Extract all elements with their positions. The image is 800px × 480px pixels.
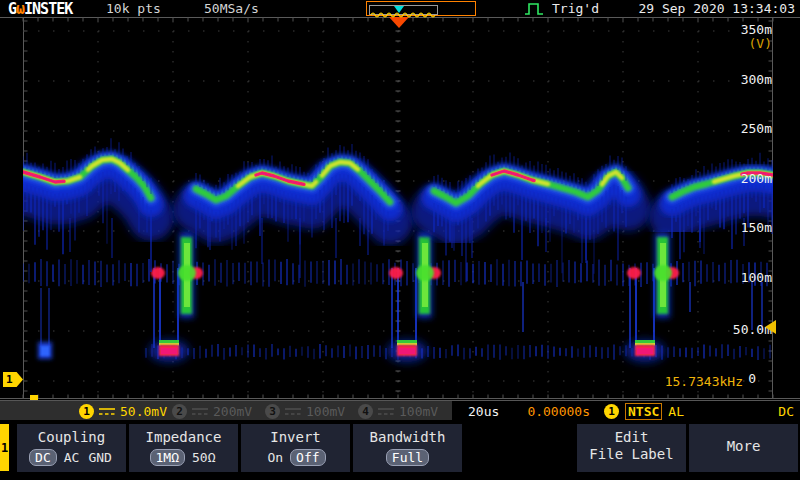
scale-label: (V) xyxy=(749,36,772,51)
menu-option-off[interactable]: Off xyxy=(290,449,325,466)
oscilloscope-screen: 350m(V)300m250m200m150m100m50.0m0 15.734… xyxy=(0,0,800,480)
menu-button-edit-file-label[interactable]: Edit File Label xyxy=(577,424,686,472)
menu-button-bandwidth[interactable]: Bandwidth Full xyxy=(353,424,462,472)
logo-g: G xyxy=(8,0,16,18)
menu-channel-tab: 1 xyxy=(0,424,9,471)
timebase-scale: 20us xyxy=(468,404,499,419)
trigger-slope-icon xyxy=(524,1,545,16)
menu-label: Bandwidth xyxy=(353,429,462,446)
trigger-mode: AL xyxy=(668,404,684,419)
record-window-box xyxy=(369,5,438,15)
menu-options: DCACGND xyxy=(17,449,126,466)
channel3-scale: 100mV xyxy=(306,404,345,419)
trigger-frequency-readout: 15.7343kHz xyxy=(665,374,743,389)
channel2-status: 2 200mV xyxy=(172,401,252,421)
menu-options: Full xyxy=(353,449,462,466)
horizontal-position: 0.00000s xyxy=(527,404,590,419)
menu-option-on[interactable]: On xyxy=(265,450,285,465)
menu-option-gnd[interactable]: GND xyxy=(86,450,113,465)
logo-omega-icon: ω xyxy=(16,0,24,18)
brand-logo: GωINSTEK xyxy=(8,0,72,18)
scale-label: 250m xyxy=(741,121,772,136)
channel1-status: 1 50.0mV xyxy=(79,401,167,421)
channel1-badge: 1 xyxy=(79,404,94,419)
sample-rate: 50MSa/s xyxy=(204,1,259,16)
status-bar: 1 50.0mV 2 200mV 3 100mV 4 100mV 20us 0.… xyxy=(0,400,800,420)
channel3-badge: 3 xyxy=(265,404,280,419)
scale-label: 100m xyxy=(741,270,772,285)
trigger-level-marker-icon xyxy=(765,320,776,334)
dc-coupling-icon xyxy=(377,406,395,417)
menu-option-full[interactable]: Full xyxy=(386,449,429,466)
menu-option-dc[interactable]: DC xyxy=(29,449,57,466)
scale-label: 350m xyxy=(741,22,772,37)
menu-label: Coupling xyxy=(17,429,126,446)
channel3-status: 3 100mV xyxy=(265,401,345,421)
menu-button-more[interactable]: More xyxy=(689,424,798,472)
horizontal-position-marker-icon xyxy=(394,6,404,13)
scale-label: 150m xyxy=(741,220,772,235)
channel1-scale: 50.0mV xyxy=(120,404,167,419)
logo-rest: INSTEK xyxy=(24,0,72,18)
menu-label: Impedance xyxy=(129,429,238,446)
top-bar: GωINSTEK 10k pts 50MSa/s Trig'd 29 Sep 2… xyxy=(0,0,800,17)
acquisition-preview-box xyxy=(366,1,476,16)
menu-option-ac[interactable]: AC xyxy=(62,450,82,465)
trigger-status: Trig'd xyxy=(552,1,599,16)
menu-button-invert[interactable]: Invert OnOff xyxy=(241,424,350,472)
dc-coupling-icon xyxy=(191,406,209,417)
channel4-status: 4 100mV xyxy=(358,401,438,421)
trigger-source-badge: 1 xyxy=(604,404,619,419)
menu-label: Edit xyxy=(577,429,686,446)
menu-option-1mω[interactable]: 1MΩ xyxy=(150,449,185,466)
menu-option-50ω[interactable]: 50Ω xyxy=(190,450,217,465)
record-length: 10k pts xyxy=(106,1,161,16)
trigger-type: NTSC xyxy=(625,403,662,420)
menu-options: OnOff xyxy=(241,449,350,466)
trigger-position-marker-icon xyxy=(389,17,409,28)
channel2-badge: 2 xyxy=(172,404,187,419)
softkey-menu: 1 Coupling DCACGND Impedance 1MΩ50Ω Inve… xyxy=(0,420,800,480)
trigger-coupling: DC xyxy=(778,404,794,419)
timebase-status: 20us 0.00000s xyxy=(452,401,598,421)
datetime: 29 Sep 2020 13:34:03 xyxy=(638,1,795,16)
menu-label: File Label xyxy=(577,446,686,463)
dc-coupling-icon xyxy=(98,406,116,417)
scale-label: 0 xyxy=(748,371,756,386)
channel4-badge: 4 xyxy=(358,404,373,419)
scale-label: 300m xyxy=(741,72,772,87)
menu-button-impedance[interactable]: Impedance 1MΩ50Ω xyxy=(129,424,238,472)
menu-options: 1MΩ50Ω xyxy=(129,449,238,466)
trigger-info: 1 NTSC AL DC xyxy=(598,401,800,421)
menu-button-coupling[interactable]: Coupling DCACGND xyxy=(17,424,126,472)
menu-label: More xyxy=(689,438,798,455)
channel2-scale: 200mV xyxy=(213,404,252,419)
menu-label: Invert xyxy=(241,429,350,446)
dc-coupling-icon xyxy=(284,406,302,417)
scale-label: 200m xyxy=(741,171,772,186)
channel4-scale: 100mV xyxy=(399,404,438,419)
